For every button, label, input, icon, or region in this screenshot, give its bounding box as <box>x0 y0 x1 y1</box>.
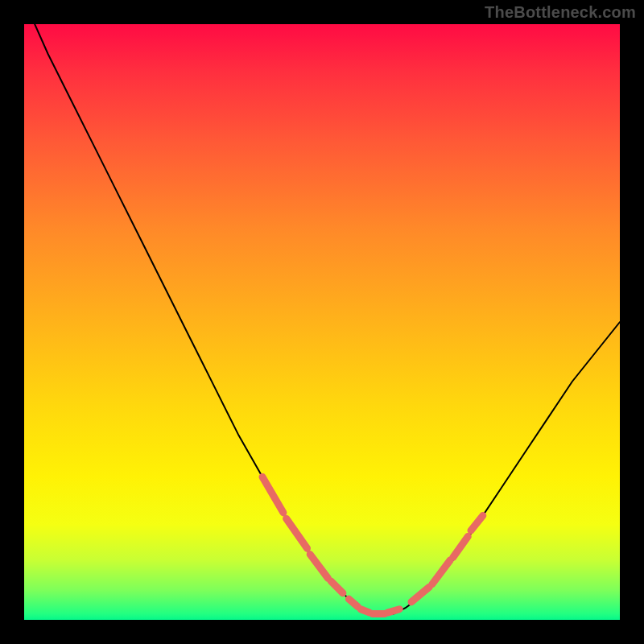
chart-frame: TheBottleneck.com <box>0 0 644 644</box>
curve-layer <box>24 24 620 620</box>
plot-area <box>24 24 620 620</box>
highlight-dash <box>432 560 450 584</box>
highlight-dash <box>471 516 483 531</box>
highlight-dash <box>310 555 328 579</box>
highlight-dash <box>361 609 369 613</box>
highlight-dash <box>287 518 308 548</box>
highlight-dash <box>387 609 399 613</box>
highlight-dash <box>262 477 283 512</box>
highlight-dash <box>349 599 357 607</box>
highlight-dash <box>331 581 343 593</box>
highlight-segments <box>262 477 483 613</box>
bottleneck-curve <box>24 24 620 614</box>
highlight-dash <box>411 587 429 602</box>
highlight-dash <box>453 536 469 557</box>
watermark-text: TheBottleneck.com <box>485 3 636 22</box>
